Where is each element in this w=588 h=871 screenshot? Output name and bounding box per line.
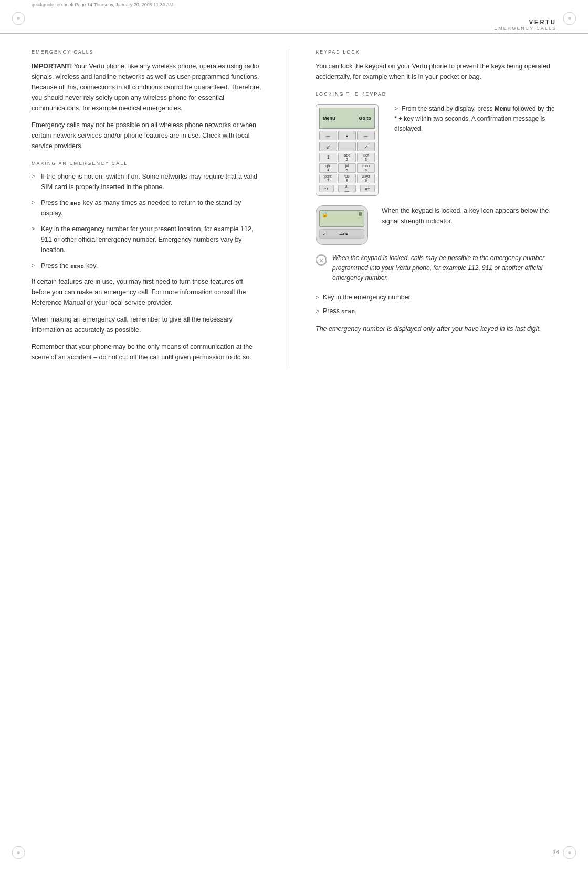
phone-key-4: ghi4 bbox=[319, 163, 337, 173]
phone-keypad-image: Menu Go to — ▲ — ↙ ↗ bbox=[316, 104, 384, 196]
phone-end-btn: ↗ bbox=[357, 142, 375, 151]
screen-menu-label: Menu bbox=[323, 116, 335, 121]
locking-steps: > From the stand-by display, press Menu … bbox=[394, 104, 556, 196]
column-divider bbox=[289, 49, 289, 369]
important-label: IMPORTANT! bbox=[32, 63, 72, 70]
svg-point-3 bbox=[568, 17, 571, 20]
phone-center-btn bbox=[338, 142, 356, 151]
phone-key-6: mno6 bbox=[357, 163, 375, 173]
emergency-calls-heading: EMERGENCY CALLS bbox=[32, 49, 262, 55]
svg-point-7 bbox=[568, 851, 571, 854]
svg-point-5 bbox=[17, 851, 20, 854]
bullet-arrow-1: > bbox=[32, 172, 41, 181]
phone-key-9: wxyz9 bbox=[357, 174, 375, 183]
phone-0-btn: 0— bbox=[338, 185, 356, 192]
corner-decoration-tl bbox=[10, 11, 26, 26]
main-content: EMERGENCY CALLS IMPORTANT! Your Vertu ph… bbox=[0, 34, 588, 390]
phone-bottom-row: *+ 0— #† bbox=[319, 185, 375, 192]
locked-nav: ↙ —O♦ bbox=[319, 229, 364, 239]
locked-nav-c: —O♦ bbox=[339, 232, 348, 236]
emergency-intro: IMPORTANT! Your Vertu phone, like any wi… bbox=[32, 61, 262, 113]
locked-nav-l: ↙ bbox=[323, 232, 327, 236]
phone-nav-right: — bbox=[357, 131, 375, 140]
step1-text: Key in the emergency number. bbox=[323, 292, 412, 303]
note-box: When the keypad is locked, calls may be … bbox=[316, 253, 556, 284]
corner-decoration-br bbox=[562, 845, 578, 860]
header-subtitle: EMERGENCY CALLS bbox=[494, 26, 556, 31]
brand-name: VERTU bbox=[494, 19, 556, 25]
emergency-step-2: > Press send. bbox=[316, 306, 556, 316]
phone-star-btn: *+ bbox=[319, 185, 334, 192]
bullet-text-3: Key in the emergency number for your pre… bbox=[41, 224, 262, 255]
file-info-bar: quickguide_en.book Page 14 Thursday, Jan… bbox=[0, 0, 588, 9]
phone-key-2: abc2 bbox=[338, 153, 356, 162]
note-icon bbox=[316, 254, 327, 266]
bullet-item-3: > Key in the emergency number for your p… bbox=[32, 224, 262, 255]
send-keyword: send bbox=[341, 308, 355, 314]
step2-text: Press send. bbox=[323, 306, 357, 316]
note-text: When the keypad is locked, calls may be … bbox=[332, 253, 556, 284]
bullet-text-1: If the phone is not on, switch it on. So… bbox=[41, 171, 262, 192]
locking-area: Menu Go to — ▲ — ↙ ↗ bbox=[316, 104, 556, 196]
page-header: VERTU EMERGENCY CALLS bbox=[0, 9, 588, 34]
left-column: EMERGENCY CALLS IMPORTANT! Your Vertu ph… bbox=[32, 49, 262, 369]
phone-screen: Menu Go to bbox=[319, 108, 375, 129]
keypad-lock-heading: KEYPAD LOCK bbox=[316, 49, 556, 55]
bullet-arrow-4: > bbox=[32, 261, 41, 271]
bullet-item-4: > Press the send key. bbox=[32, 261, 262, 271]
phone-nav-center: ▲ bbox=[338, 131, 356, 140]
menu-keyword: Menu bbox=[495, 105, 511, 112]
signal-bars: ||| bbox=[359, 212, 362, 215]
phone-nav-left: — bbox=[319, 131, 337, 140]
locking-step-1: > From the stand-by display, press Menu … bbox=[394, 104, 556, 134]
phone-key-7: pqrs7 bbox=[319, 174, 337, 183]
phone-key-1: 1 bbox=[319, 153, 337, 162]
phone-key-5: jkl5 bbox=[338, 163, 356, 173]
when-locked-section: 🔒 ||| ↙ —O♦ When the keypad is locked, a… bbox=[316, 205, 556, 245]
making-emergency-call-heading: MAKING AN EMERGENCY CALL bbox=[32, 161, 262, 166]
bullet-arrow-3: > bbox=[32, 224, 41, 234]
bullet-arrow-2: > bbox=[32, 198, 41, 208]
locked-phone-body: 🔒 ||| ↙ —O♦ bbox=[316, 205, 368, 245]
screen-goto-label: Go to bbox=[359, 116, 372, 121]
svg-point-1 bbox=[17, 17, 20, 20]
phone-hash-btn: #† bbox=[360, 185, 375, 192]
bullet-item-1: > If the phone is not on, switch it on. … bbox=[32, 171, 262, 192]
step-arrow: > bbox=[394, 105, 400, 112]
emergency-para5: Remember that your phone may be the only… bbox=[32, 341, 262, 362]
locking-keypad-heading: LOCKING THE KEYPAD bbox=[316, 91, 556, 97]
phone-numeric-grid: 1 abc2 def3 ghi4 jkl5 mno6 pqrs7 tuv8 wx… bbox=[319, 153, 375, 183]
keypad-intro: You can lock the keypad on your Vertu ph… bbox=[316, 61, 556, 82]
phone-body: Menu Go to — ▲ — ↙ ↗ bbox=[316, 104, 379, 196]
file-info-text: quickguide_en.book Page 14 Thursday, Jan… bbox=[32, 2, 173, 7]
bullet-text-2: Press the end key as many times as neede… bbox=[41, 198, 262, 219]
corner-decoration-tr bbox=[562, 11, 578, 26]
corner-decoration-bl bbox=[10, 845, 26, 860]
page-number: 14 bbox=[553, 849, 559, 855]
lock-icon-display: 🔒 bbox=[322, 212, 328, 217]
emergency-para4: When making an emergency call, remember … bbox=[32, 314, 262, 335]
locked-screen: 🔒 ||| bbox=[319, 210, 364, 227]
phone-key-8: tuv8 bbox=[338, 174, 356, 183]
phone-key-3: def3 bbox=[357, 153, 375, 162]
bullet-text-4: Press the send key. bbox=[41, 261, 98, 271]
italic-note: The emergency number is displayed only a… bbox=[316, 324, 556, 334]
bullet-item-2: > Press the end key as many times as nee… bbox=[32, 198, 262, 219]
right-column: KEYPAD LOCK You can lock the keypad on y… bbox=[316, 49, 556, 369]
when-locked-text: When the keypad is locked, a key icon ap… bbox=[382, 205, 556, 226]
step2-arrow: > bbox=[316, 307, 323, 316]
step1-arrow: > bbox=[316, 293, 323, 303]
phone-nav-row2: ↙ ↗ bbox=[319, 142, 375, 151]
phone-nav-row: — ▲ — bbox=[319, 131, 375, 140]
emergency-para3: If certain features are in use, you may … bbox=[32, 276, 262, 308]
emergency-para2: Emergency calls may not be possible on a… bbox=[32, 120, 262, 151]
emergency-intro-text: Your Vertu phone, like any wireless phon… bbox=[32, 63, 261, 112]
locked-phone-image: 🔒 ||| ↙ —O♦ bbox=[316, 205, 373, 245]
emergency-step-1: > Key in the emergency number. bbox=[316, 292, 556, 303]
phone-call-btn: ↙ bbox=[319, 142, 337, 151]
